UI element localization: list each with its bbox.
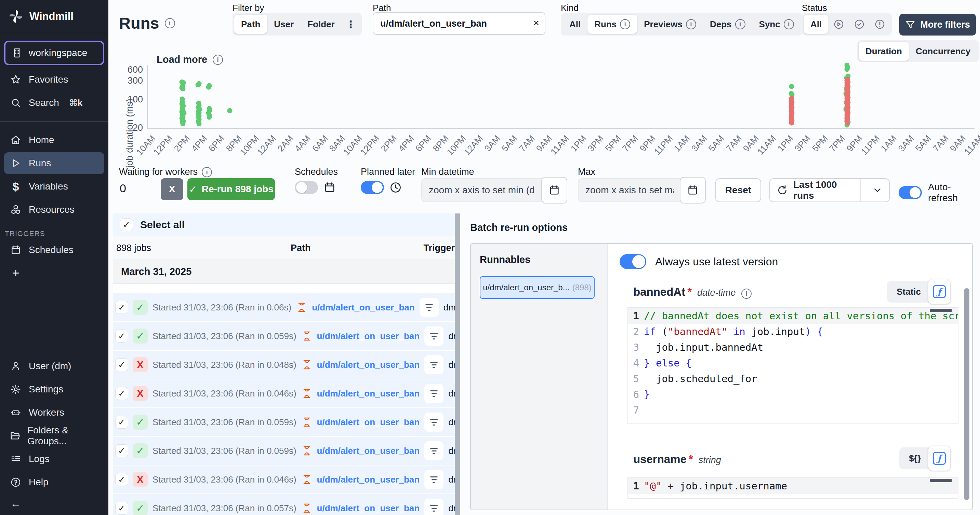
- run-path-link[interactable]: u/dm/alert_on_user_ban: [317, 388, 420, 399]
- y-tick-300: 300: [123, 76, 143, 86]
- row-checkbox[interactable]: ✓: [116, 358, 128, 371]
- bannedat-code-editor[interactable]: 1// bannedAt does not exist on all versi…: [627, 307, 958, 424]
- select-all-checkbox[interactable]: ✓: [120, 219, 133, 231]
- row-checkbox[interactable]: ✓: [116, 330, 128, 342]
- editor-hscrollbar[interactable]: [930, 309, 951, 312]
- info-icon[interactable]: i: [686, 19, 696, 29]
- kind-option-sync[interactable]: Synci: [752, 15, 801, 34]
- run-row[interactable]: ✓ X Started 31/03, 23:06 (Ran in 0.046s)…: [113, 379, 455, 408]
- status-option-alert-circle-icon[interactable]: [870, 15, 890, 34]
- row-checkbox[interactable]: ✓: [116, 387, 128, 399]
- app-logo[interactable]: Windmill: [0, 0, 108, 33]
- editor-hscrollbar[interactable]: [930, 479, 951, 482]
- auto-refresh-toggle[interactable]: [899, 186, 922, 199]
- runnable-chip[interactable]: u/dm/alert_on_user_b... (898): [480, 276, 595, 299]
- info-icon[interactable]: i: [741, 288, 752, 299]
- view-args-button[interactable]: [424, 470, 444, 489]
- run-row[interactable]: ✓ ✓ Started 31/03, 23:06 (Ran in 0.06s) …: [113, 293, 455, 322]
- run-path-link[interactable]: u/dm/alert_on_user_ban: [312, 302, 415, 313]
- run-path-link[interactable]: u/dm/alert_on_user_ban: [317, 331, 420, 342]
- row-checkbox[interactable]: ✓: [116, 502, 128, 514]
- username-code-editor[interactable]: 1"@" + job.input.username: [627, 477, 958, 499]
- run-row[interactable]: ✓ X Started 31/03, 23:06 (Ran in 0.046s)…: [113, 466, 455, 494]
- max-calendar-button[interactable]: [680, 177, 706, 204]
- info-icon[interactable]: i: [735, 19, 745, 29]
- info-icon[interactable]: i: [620, 19, 630, 29]
- filter-by-option-path[interactable]: Path: [234, 15, 267, 34]
- rerun-jobs-button[interactable]: ✓ Re-run 898 jobs: [188, 178, 275, 200]
- kind-option-previews[interactable]: Previewsi: [637, 15, 703, 34]
- view-args-button[interactable]: [424, 384, 444, 403]
- refresh-runs-button[interactable]: Last 1000 runs: [770, 179, 861, 201]
- bannedat-static-option[interactable]: Static: [889, 287, 928, 297]
- sidebar-item-user-dm[interactable]: User (dm): [4, 355, 104, 377]
- collapse-sidebar-button[interactable]: ←: [4, 494, 104, 512]
- runnable-count: (898): [573, 283, 592, 292]
- view-args-button[interactable]: [424, 441, 444, 460]
- run-path-link[interactable]: u/dm/alert_on_user_ban: [317, 360, 420, 370]
- kind-option-all[interactable]: All: [563, 15, 587, 34]
- row-checkbox[interactable]: ✓: [116, 416, 128, 428]
- run-path-link[interactable]: u/dm/alert_on_user_ban: [317, 503, 420, 513]
- info-icon[interactable]: i: [202, 167, 212, 177]
- sidebar-item-search[interactable]: Search ⌘k: [4, 92, 104, 114]
- filter-by-option-folder[interactable]: Folder: [301, 15, 341, 34]
- path-filter-input[interactable]: [373, 12, 546, 35]
- sidebar-item-help[interactable]: Help: [4, 471, 104, 493]
- run-row[interactable]: ✓ ✓ Started 31/03, 23:06 (Ran in 0.059s)…: [113, 408, 455, 437]
- sidebar-item-resources[interactable]: Resources: [4, 199, 104, 220]
- star-icon: [10, 74, 22, 85]
- view-args-button[interactable]: [424, 499, 444, 515]
- sidebar-item-settings[interactable]: Settings: [4, 379, 104, 400]
- kind-option-runs[interactable]: Runsi: [587, 15, 637, 34]
- info-icon[interactable]: i: [165, 18, 175, 29]
- row-checkbox[interactable]: ✓: [116, 473, 128, 486]
- sidebar-item-home[interactable]: Home: [4, 129, 104, 151]
- info-icon[interactable]: i: [784, 19, 794, 29]
- add-trigger-button[interactable]: +: [4, 262, 104, 284]
- run-path-link[interactable]: u/dm/alert_on_user_ban: [317, 446, 420, 456]
- run-path-link[interactable]: u/dm/alert_on_user_ban: [317, 474, 420, 485]
- row-checkbox[interactable]: ✓: [116, 301, 128, 314]
- kind-option-deps[interactable]: Depsi: [703, 15, 752, 34]
- sidebar-item-logs[interactable]: Logs: [4, 448, 104, 470]
- sidebar-item-runs[interactable]: Runs: [4, 152, 104, 174]
- filter-by-option-user[interactable]: User: [267, 15, 301, 34]
- batch-panel-scrollbar[interactable]: [964, 288, 969, 500]
- min-calendar-button[interactable]: [541, 177, 567, 204]
- sidebar-item-schedules[interactable]: Schedules: [4, 239, 104, 261]
- run-path-link[interactable]: u/dm/alert_on_user_ban: [317, 417, 420, 428]
- range-chevron-button[interactable]: [866, 179, 889, 201]
- more-filters-button[interactable]: More filters: [899, 14, 976, 35]
- status-option-check-circle-icon[interactable]: [849, 15, 870, 34]
- run-row[interactable]: ✓ ✓ Started 31/03, 23:06 (Ran in 0.057s)…: [113, 494, 455, 515]
- view-args-button[interactable]: [424, 412, 444, 432]
- username-javascript-option[interactable]: ƒ: [928, 446, 950, 471]
- run-row[interactable]: ✓ X Started 31/03, 23:06 (Ran in 0.048s)…: [113, 351, 455, 379]
- sidebar-item-favorites[interactable]: Favorites: [4, 69, 104, 90]
- sidebar-item-variables[interactable]: $ Variables: [4, 176, 104, 197]
- run-row[interactable]: ✓ ✓ Started 31/03, 23:06 (Ran in 0.059s)…: [113, 322, 455, 351]
- clear-path-icon[interactable]: ×: [533, 17, 539, 29]
- run-row[interactable]: ✓ ✓ Started 31/03, 23:06 (Ran in 0.059s)…: [113, 437, 455, 466]
- latest-version-toggle[interactable]: [620, 254, 646, 269]
- reset-button[interactable]: Reset: [715, 178, 761, 202]
- view-args-button[interactable]: [424, 326, 444, 345]
- schedules-toggle[interactable]: [295, 181, 318, 194]
- view-args-button[interactable]: [420, 298, 439, 317]
- sidebar-item-workers[interactable]: Workers: [4, 402, 104, 423]
- code-line: 4} else {: [628, 355, 958, 371]
- row-checkbox[interactable]: ✓: [116, 445, 128, 457]
- planned-later-toggle[interactable]: [361, 181, 384, 194]
- filter-by-more-button[interactable]: ⋮: [342, 15, 360, 34]
- username-template-option[interactable]: ${}: [901, 453, 928, 464]
- runs-list-scrollbar[interactable]: [455, 214, 460, 515]
- status-option-play-circle-icon[interactable]: [829, 15, 849, 34]
- view-args-button[interactable]: [424, 355, 444, 374]
- bannedat-javascript-option[interactable]: ƒ: [928, 279, 950, 304]
- sidebar-item-folders-groups[interactable]: Folders & Groups...: [4, 425, 104, 447]
- cancel-selection-button[interactable]: X: [161, 178, 183, 200]
- workspace-switcher[interactable]: workingspace: [4, 41, 104, 65]
- status-option-all[interactable]: All: [803, 15, 829, 34]
- scatter-plot[interactable]: [147, 57, 975, 128]
